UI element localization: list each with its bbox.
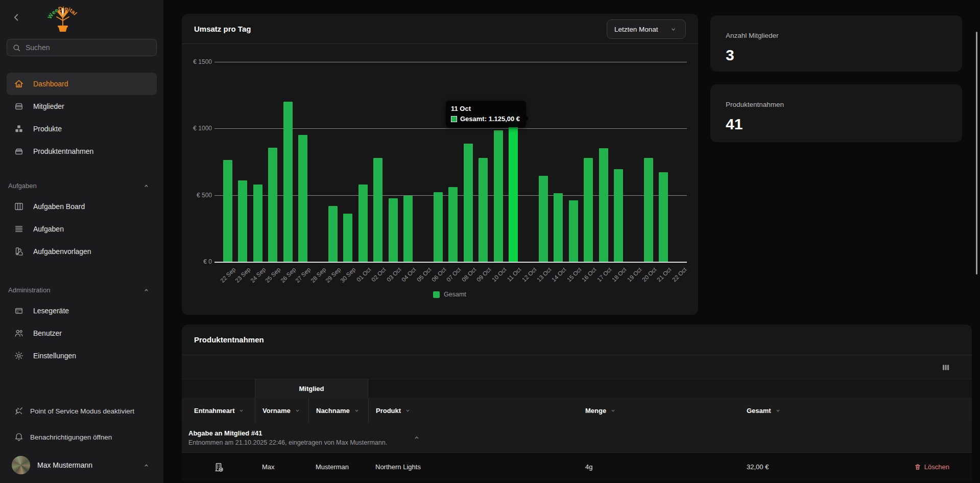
sidebar-item-produkte[interactable]: Produkte <box>7 118 157 140</box>
chevron-up-icon <box>142 462 150 469</box>
chart-legend: Gesamt <box>433 291 466 298</box>
gridline <box>214 62 687 62</box>
sort-chevron-icon <box>775 407 781 414</box>
boxes-icon <box>14 124 24 134</box>
collapse-group-chevron-icon[interactable] <box>413 433 421 442</box>
sidebar-section-administration[interactable]: Administration <box>0 280 163 300</box>
sidebar-item-einstellungen[interactable]: Einstellungen <box>7 344 157 367</box>
gear-icon <box>14 351 24 361</box>
pos-mode-toggle[interactable]: Point of Service Modus deaktiviert <box>0 400 163 422</box>
list-icon <box>14 224 24 234</box>
chart-bar[interactable] <box>283 102 293 262</box>
chart-bar[interactable] <box>539 176 548 262</box>
chart-bar[interactable] <box>569 200 578 262</box>
y-axis-label: € 500 <box>182 192 212 199</box>
chart-bar[interactable] <box>434 192 443 262</box>
x-axis-label: 22 Sep <box>219 266 236 284</box>
sidebar-item-aufgaben-board[interactable]: Aufgaben Board <box>7 195 157 218</box>
chart-bar[interactable] <box>584 158 593 262</box>
sidebar-item-mitglieder[interactable]: Mitglieder <box>7 95 157 118</box>
umsatz-chart-card: Umsatz pro Tag Letzten Monat 11 Oct Gesa… <box>182 14 698 315</box>
chevron-left-icon <box>11 12 22 23</box>
search-input[interactable] <box>26 43 151 52</box>
sort-chevron-icon <box>353 407 360 414</box>
members-box-icon <box>14 101 24 111</box>
column-header-nachname[interactable]: Nachname <box>308 398 368 423</box>
chart-bar[interactable] <box>614 169 623 262</box>
x-axis-label: 10 Oct <box>491 266 507 283</box>
column-header-produkt[interactable]: Produkt <box>368 398 577 423</box>
chart-bar[interactable] <box>328 206 338 262</box>
gridline <box>214 262 687 263</box>
chart-bar[interactable] <box>253 185 262 262</box>
chart-bar[interactable] <box>403 196 413 262</box>
sidebar-item-label: Produktentnahmen <box>33 147 93 155</box>
notifications-label: Benachrichtigungen öffnen <box>30 433 112 441</box>
weedigital-logo[interactable]: WeeDigital <box>43 4 83 34</box>
table-title: Produktentnahmen <box>194 335 264 344</box>
sidebar-item-aufgabenvorlagen[interactable]: Aufgabenvorlagen <box>7 240 157 263</box>
stat-label: Anzahl Mitglieder <box>726 32 947 39</box>
notifications-button[interactable]: Benachrichtigungen öffnen <box>0 426 163 448</box>
chart-bar[interactable] <box>494 130 503 262</box>
sidebar-item-aufgaben[interactable]: Aufgaben <box>7 218 157 240</box>
chart-bar[interactable] <box>373 158 383 262</box>
sidebar-item-dashboard[interactable]: Dashboard <box>7 73 157 95</box>
manage-columns-button[interactable] <box>940 362 951 373</box>
column-header-gesamt[interactable]: Gesamt <box>738 398 972 423</box>
chart-bar[interactable] <box>479 158 488 262</box>
x-axis-label: 30 Sep <box>340 266 357 284</box>
x-axis-label: 18 Oct <box>611 266 627 283</box>
legend-swatch <box>433 291 440 298</box>
chart-bar[interactable] <box>298 135 307 262</box>
chart-bar[interactable] <box>238 180 247 262</box>
dashboard-page: { "sidebar": { "logo": { "wee": "Wee", "… <box>0 0 980 483</box>
delete-button[interactable]: Löschen <box>914 463 949 471</box>
table-card-header: Produktentnahmen <box>182 325 972 355</box>
x-axis-label: 21 Oct <box>656 266 673 283</box>
logo-plant-icon: WeeDigital <box>43 4 83 34</box>
legend-label: Gesamt <box>444 291 466 298</box>
x-axis-label: 27 Sep <box>294 266 312 284</box>
chart-bar[interactable] <box>343 214 352 262</box>
produktentnahmen-table-card: Produktentnahmen Mitglied Entnahmeart Vo… <box>182 325 972 481</box>
tooltip-value: Gesamt: 1.125,00 € <box>460 115 520 123</box>
user-menu[interactable]: Max Mustermann <box>0 454 163 476</box>
sidebar-item-label: Produkte <box>33 125 62 133</box>
chart-bar[interactable] <box>358 185 368 262</box>
sidebar-section-aufgaben[interactable]: Aufgaben <box>0 176 163 195</box>
x-axis-label: 20 Oct <box>641 266 657 283</box>
sidebar-item-label: Mitglieder <box>33 102 64 110</box>
produkt-cell: Northern Lights <box>368 463 577 471</box>
vertical-scrollbar[interactable] <box>976 32 977 274</box>
sort-chevron-icon <box>238 407 245 414</box>
column-header-entnahmeart[interactable]: Entnahmeart <box>182 398 255 423</box>
sidebar-item-produktentnahmen[interactable]: Produktentnahmen <box>7 140 157 163</box>
group-header-mitglied: Mitglied <box>255 379 368 398</box>
sidebar-item-benutzer[interactable]: Benutzer <box>7 322 157 344</box>
chart-bar[interactable] <box>644 158 653 262</box>
collapse-sidebar-button[interactable] <box>9 10 23 25</box>
card-reader-icon <box>14 306 24 316</box>
x-axis-label: 23 Sep <box>234 266 252 284</box>
column-header-vorname[interactable]: Vorname <box>255 398 308 423</box>
pos-mode-label: Point of Service Modus deaktiviert <box>30 407 134 415</box>
chart-bar[interactable] <box>509 112 518 262</box>
x-axis-label: 22 Oct <box>671 266 687 283</box>
chart-bar[interactable] <box>554 193 563 262</box>
chart-bar[interactable] <box>223 160 232 262</box>
sidebar-header: WeeDigital <box>0 0 163 31</box>
chart-bar[interactable] <box>464 144 473 262</box>
table-row[interactable]: Max Musterman Northern Lights 4g 32,00 €… <box>182 453 972 481</box>
sidebar-item-lesegeraete[interactable]: Lesegeräte <box>7 300 157 322</box>
chart-bar[interactable] <box>268 148 277 262</box>
unplug-icon <box>14 406 24 416</box>
chart-bar[interactable] <box>659 172 668 262</box>
x-axis-label: 04 Oct <box>400 266 417 283</box>
chart-bar[interactable] <box>389 198 398 262</box>
stat-card-produktentnahmen: Produktentnahmen 41 <box>710 84 962 142</box>
users-icon <box>14 328 24 338</box>
chart-bar[interactable] <box>599 148 608 262</box>
chart-bar[interactable] <box>448 187 458 262</box>
column-header-menge[interactable]: Menge <box>577 398 738 423</box>
